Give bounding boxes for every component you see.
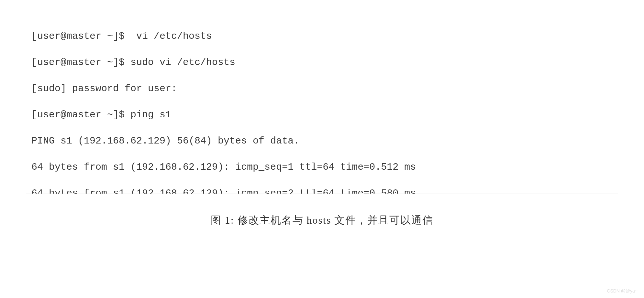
terminal-line: [user@master ~]$ ping s1 — [31, 108, 613, 122]
terminal-line: 64 bytes from s1 (192.168.62.129): icmp_… — [31, 161, 613, 174]
terminal-line: [sudo] password for user: — [31, 82, 613, 95]
terminal-line: PING s1 (192.168.62.129) 56(84) bytes of… — [31, 134, 613, 148]
terminal-line: 64 bytes from s1 (192.168.62.129): icmp_… — [31, 187, 613, 194]
terminal-line: [user@master ~]$ vi /etc/hosts — [31, 30, 613, 43]
terminal-output: [user@master ~]$ vi /etc/hosts [user@mas… — [26, 10, 618, 194]
figure-caption: 图 1: 修改主机名与 hosts 文件，并且可以通信 — [26, 213, 618, 228]
watermark: CSDN @汐ya~ — [607, 288, 638, 294]
terminal-line: [user@master ~]$ sudo vi /etc/hosts — [31, 56, 613, 69]
